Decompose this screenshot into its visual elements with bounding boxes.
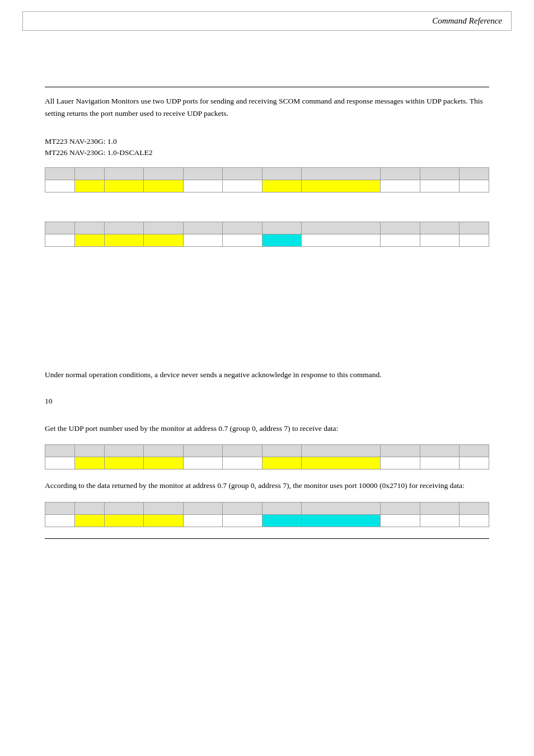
version-line-1: MT223 NAV-230G: 1.0	[45, 137, 489, 146]
table-cell	[45, 457, 75, 469]
table-cell	[45, 222, 75, 234]
table-cell-yellow	[74, 234, 104, 247]
table-cell	[381, 234, 420, 247]
version-line-2: MT226 NAV-230G: 1.0-DSCALE2	[45, 148, 489, 157]
table-cell-yellow	[74, 514, 104, 527]
table-cell	[302, 445, 381, 457]
table3-section	[45, 444, 489, 469]
table-cell-yellow	[104, 234, 143, 247]
table-cell	[223, 234, 262, 247]
table-cell	[262, 168, 301, 180]
table-cell	[183, 222, 222, 234]
table-cell-yellow	[262, 180, 301, 192]
table-cell	[223, 168, 262, 180]
table-cell-yellow	[74, 180, 104, 192]
intro-paragraph: All Lauer Navigation Monitors use two UD…	[45, 95, 489, 119]
table2-section	[45, 222, 489, 247]
table-cell	[460, 445, 489, 457]
table4-section	[45, 502, 489, 527]
table-cell	[183, 445, 222, 457]
table-cell	[460, 514, 489, 527]
table-cell-yellow	[104, 514, 143, 527]
table-cell	[45, 180, 75, 192]
table-cell-yellow	[302, 457, 381, 469]
table-cell	[302, 222, 381, 234]
table-cell	[381, 514, 420, 527]
table-cell-cyan	[302, 514, 381, 527]
table-row	[45, 445, 489, 457]
table-cell	[460, 168, 489, 180]
table-cell	[381, 168, 420, 180]
table-cell	[183, 234, 222, 247]
command-table-1	[45, 167, 489, 192]
table-cell	[381, 445, 420, 457]
table-cell-yellow	[144, 180, 183, 192]
command-table-3	[45, 444, 489, 469]
table-cell	[302, 168, 381, 180]
table-cell	[460, 222, 489, 234]
example-result-text: According to the data returned by the mo…	[45, 480, 489, 492]
table-cell	[183, 168, 222, 180]
table-cell	[381, 457, 420, 469]
table-cell-cyan	[262, 234, 301, 247]
spacer-after-intro	[45, 128, 489, 137]
table-row	[45, 222, 489, 234]
table-cell	[460, 457, 489, 469]
page-container: Command Reference All Lauer Navigation M…	[0, 11, 534, 756]
table-cell	[74, 502, 104, 514]
table-cell	[144, 502, 183, 514]
table-cell	[420, 222, 459, 234]
header-box: Command Reference	[22, 11, 512, 31]
table-cell	[381, 502, 420, 514]
table-cell-yellow	[74, 457, 104, 469]
table-cell	[45, 445, 75, 457]
table-cell-yellow	[302, 180, 381, 192]
spacer	[45, 414, 489, 422]
bottom-rule	[45, 538, 489, 539]
table-cell-yellow	[104, 457, 143, 469]
large-spacer	[45, 257, 489, 369]
table-cell-yellow	[144, 234, 183, 247]
table-cell	[420, 502, 459, 514]
table-cell	[420, 457, 459, 469]
table-cell	[223, 445, 262, 457]
table-row	[45, 180, 489, 192]
table-cell	[381, 222, 420, 234]
table-cell-cyan	[262, 514, 301, 527]
table-cell-yellow	[104, 180, 143, 192]
table-cell	[223, 222, 262, 234]
table-cell	[74, 222, 104, 234]
table-cell	[223, 457, 262, 469]
table-cell	[45, 502, 75, 514]
table-cell	[460, 502, 489, 514]
table-cell	[183, 457, 222, 469]
spacer	[45, 203, 489, 212]
number-label: 10	[45, 397, 489, 406]
table-cell	[74, 168, 104, 180]
table-cell	[183, 502, 222, 514]
note-paragraph: Under normal operation conditions, a dev…	[45, 369, 489, 381]
table-cell	[104, 168, 143, 180]
table-row	[45, 168, 489, 180]
table-cell	[45, 168, 75, 180]
table-cell	[420, 180, 459, 192]
table-cell	[262, 502, 301, 514]
command-table-2	[45, 222, 489, 247]
table-cell	[460, 234, 489, 247]
table-cell	[420, 168, 459, 180]
table-cell	[45, 234, 75, 247]
table-cell	[144, 445, 183, 457]
table-cell	[74, 445, 104, 457]
table-cell	[223, 180, 262, 192]
table-cell	[104, 222, 143, 234]
table-cell	[183, 514, 222, 527]
table-cell-yellow	[262, 457, 301, 469]
table-cell	[144, 168, 183, 180]
table-cell-yellow	[144, 514, 183, 527]
table-row	[45, 502, 489, 514]
table-cell	[45, 514, 75, 527]
table-cell	[420, 234, 459, 247]
table1-section	[45, 167, 489, 192]
table-cell-yellow	[144, 457, 183, 469]
table-cell	[381, 180, 420, 192]
